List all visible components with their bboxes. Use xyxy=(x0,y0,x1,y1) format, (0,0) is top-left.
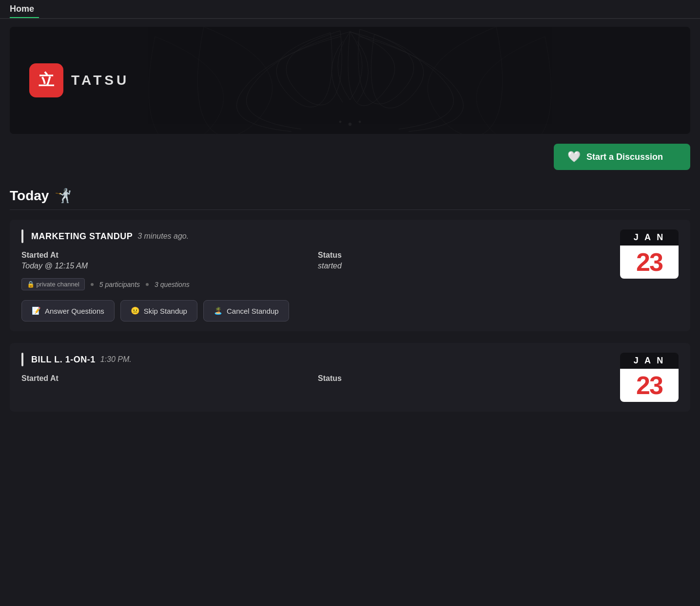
meta-dot-2 xyxy=(146,283,149,286)
meeting-actions-1: 📝 Answer Questions 😐 Skip Standup 🏝️ Can… xyxy=(21,300,610,322)
today-title: Today xyxy=(10,188,49,204)
skip-standup-button[interactable]: 😐 Skip Standup xyxy=(120,300,197,322)
private-badge: 🔒 private channel xyxy=(21,278,85,290)
meeting-title-1: MARKETING STANDUP xyxy=(31,231,133,242)
banner-logo: 立 TATSU xyxy=(10,63,129,97)
meeting-card-1: MARKETING STANDUP 3 minutes ago. Started… xyxy=(10,220,690,331)
status-label-2: Status xyxy=(318,374,610,383)
meeting-meta-1: 🔒 private channel 5 participants 3 quest… xyxy=(21,278,610,290)
svg-point-1 xyxy=(339,121,341,123)
svg-point-0 xyxy=(349,123,351,126)
top-bar: Home xyxy=(0,0,700,19)
progress-bar xyxy=(10,17,39,18)
started-at-label: Started At xyxy=(21,251,314,260)
started-at-label-2: Started At xyxy=(21,374,314,383)
status-col-2: Status xyxy=(318,374,610,385)
cal-month-2: J A N xyxy=(620,353,679,369)
skip-label: Skip Standup xyxy=(144,307,187,315)
meeting-details-1: Started At Today @ 12:15 AM Status start… xyxy=(21,251,610,270)
logo-icon: 立 xyxy=(29,63,63,97)
meeting-time-ago-1: 3 minutes ago. xyxy=(137,232,189,241)
discussion-section: 🤍 Start a Discussion xyxy=(10,144,690,170)
calendar-widget-2: J A N 23 xyxy=(620,353,679,402)
today-emoji: 🤺 xyxy=(55,188,72,204)
cancel-label: Cancel Standup xyxy=(227,307,279,315)
status-col: Status started xyxy=(318,251,610,270)
answer-label: Answer Questions xyxy=(45,307,104,315)
page-title: Home xyxy=(10,4,690,18)
cancel-standup-button[interactable]: 🏝️ Cancel Standup xyxy=(203,300,289,322)
meeting-details-2: Started At Status xyxy=(21,374,610,385)
cancel-icon: 🏝️ xyxy=(214,306,223,315)
meeting-title-row-2: BILL L. 1-ON-1 1:30 PM. xyxy=(21,353,610,366)
meeting-title-row-1: MARKETING STANDUP 3 minutes ago. xyxy=(21,229,610,243)
today-header: Today 🤺 xyxy=(10,180,690,209)
status-value: started xyxy=(318,262,610,270)
status-label: Status xyxy=(318,251,610,260)
started-at-col-2: Started At xyxy=(21,374,314,385)
start-discussion-button[interactable]: 🤍 Start a Discussion xyxy=(554,144,690,170)
skip-icon: 😐 xyxy=(131,306,140,315)
svg-point-2 xyxy=(359,121,361,123)
meeting-title-2: BILL L. 1-ON-1 xyxy=(31,355,96,365)
participants-text: 5 participants xyxy=(99,281,140,288)
started-at-col: Started At Today @ 12:15 AM xyxy=(21,251,314,270)
heart-icon: 🤍 xyxy=(567,151,581,163)
meeting-card-1-content: MARKETING STANDUP 3 minutes ago. Started… xyxy=(21,229,610,322)
cal-month-1: J A N xyxy=(620,229,679,246)
banner: 立 TATSU xyxy=(10,27,690,134)
start-discussion-label: Start a Discussion xyxy=(586,152,663,162)
meta-dot-1 xyxy=(91,283,94,286)
meeting-bar-2 xyxy=(21,353,23,366)
answer-icon: 📝 xyxy=(32,306,41,315)
answer-questions-button[interactable]: 📝 Answer Questions xyxy=(21,300,115,322)
calendar-widget-1: J A N 23 xyxy=(620,229,679,279)
meeting-card-2: BILL L. 1-ON-1 1:30 PM. Started At Statu… xyxy=(10,343,690,412)
meeting-time-ago-2: 1:30 PM. xyxy=(100,355,132,364)
main-content: 立 TATSU 🤍 Start a Discussion Today 🤺 MAR… xyxy=(0,27,700,412)
logo-text: TATSU xyxy=(71,73,129,88)
cal-day-1: 23 xyxy=(620,246,679,279)
questions-text: 3 questions xyxy=(155,281,190,288)
meeting-card-2-content: BILL L. 1-ON-1 1:30 PM. Started At Statu… xyxy=(21,353,610,393)
started-at-value: Today @ 12:15 AM xyxy=(21,262,314,270)
meeting-bar-1 xyxy=(21,229,23,243)
section-divider xyxy=(10,209,690,210)
cal-day-2: 23 xyxy=(620,369,679,402)
